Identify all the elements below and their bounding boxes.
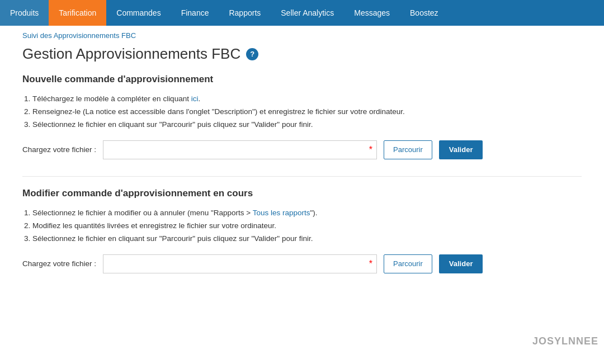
instruction-item: Renseignez-le (La notice est accessible … [32,106,582,119]
section-nouvelle-commande: Nouvelle commande d'approvisionnement Té… [22,74,582,159]
instruction-item: Sélectionnez le fichier en cliquant sur … [32,233,582,245]
instruction-item: Modifiez les quantités livrées et enregi… [32,220,582,233]
section1-file-label: Chargez votre fichier : [22,145,96,154]
section2-file-label: Chargez votre fichier : [22,259,96,268]
section2-valider-button[interactable]: Valider [439,254,483,273]
section2-file-input-wrapper: * [103,254,377,273]
page-title: Gestion Approvisionnements FBC [22,45,240,63]
nav-messages[interactable]: Messages [344,0,400,26]
breadcrumb-link[interactable]: Suivi des Approvisionnements FBC [22,31,136,40]
page-content: Nouvelle commande d'approvisionnement Té… [0,74,604,273]
ici-link[interactable]: ici [191,94,199,103]
page-title-container: Gestion Approvisionnements FBC ? [0,42,604,74]
section2-instructions: Sélectionnez le fichier à modifier ou à … [22,207,582,245]
instruction-item: Sélectionnez le fichier à modifier ou à … [32,207,582,220]
breadcrumb: Suivi des Approvisionnements FBC [0,26,604,42]
nav-commandes[interactable]: Commandes [106,0,171,26]
section1-file-row: Chargez votre fichier : * Parcourir Vali… [22,140,582,159]
section1-title: Nouvelle commande d'approvisionnement [22,74,582,85]
section1-parcourir-button[interactable]: Parcourir [384,140,432,159]
section1-file-input-wrapper: * [103,140,377,159]
nav-boostez[interactable]: Boostez [400,0,449,26]
section1-valider-button[interactable]: Valider [439,140,483,159]
section2-file-row: Chargez votre fichier : * Parcourir Vali… [22,254,582,273]
nav-tarification[interactable]: Tarification [49,0,106,26]
instruction-item: Sélectionnez le fichier en cliquant sur … [32,119,582,131]
nav-produits[interactable]: Produits [0,0,49,26]
section2-parcourir-button[interactable]: Parcourir [384,254,432,273]
nav-finance[interactable]: Finance [171,0,219,26]
section2-file-input[interactable] [103,254,377,273]
instruction-item: Téléchargez le modèle à compléter en cli… [32,93,582,106]
nav-rapports[interactable]: Rapports [219,0,271,26]
section-divider [22,176,582,177]
tous-rapports-link[interactable]: Tous les rapports [253,209,310,217]
main-nav: Produits Tarification Commandes Finance … [0,0,604,26]
help-icon[interactable]: ? [246,48,258,60]
section2-title: Modifier commande d'approvisionnement en… [22,188,582,199]
nav-seller-analytics[interactable]: Seller Analytics [271,0,344,26]
section-modifier-commande: Modifier commande d'approvisionnement en… [22,188,582,273]
section1-file-input[interactable] [103,140,377,159]
section1-instructions: Téléchargez le modèle à compléter en cli… [22,93,582,131]
